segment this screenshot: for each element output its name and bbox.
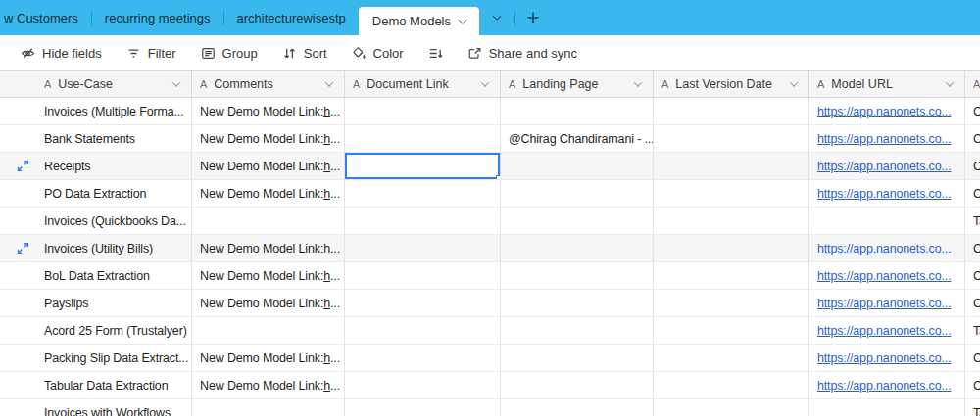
cell-landing-page[interactable]: @Chirag Chandiramani - ... [501,125,654,153]
chevron-down-icon[interactable] [634,78,642,86]
cell-use-case[interactable]: Invoices (Multiple Forma... [0,98,192,125]
table-row[interactable]: Invoices (Multiple Forma... New Demo Mod… [0,98,980,125]
inline-link[interactable]: h [323,132,330,146]
cell-comments[interactable] [192,317,345,345]
cell-landing-page[interactable] [501,262,654,290]
tab-customers[interactable]: w Customers [0,0,91,35]
cell-use-case[interactable]: Receipts [0,153,192,180]
chevron-down-icon[interactable] [481,78,489,86]
chevron-down-icon[interactable] [946,78,954,86]
cell-use-case[interactable]: Payslips [0,290,192,317]
cell-comments[interactable]: New Demo Model Link: h... [192,235,345,262]
inline-link[interactable]: h [323,297,330,310]
cell-landing-page[interactable] [501,399,654,416]
cell-comments[interactable]: New Demo Model Link: h... [192,153,345,180]
cell-comments[interactable] [192,399,345,416]
cell-document-link[interactable] [345,290,501,317]
row-height-button[interactable] [428,46,443,61]
table-row[interactable]: Acord 25 Form (Trustalyer) https://app.n… [0,317,980,345]
cell-model-url[interactable] [809,208,965,235]
cell-use-case[interactable]: Acord 25 Form (Trustalyer) [0,317,192,345]
cell-landing-page[interactable] [501,98,654,125]
cell-use-case[interactable]: Invoices (Utility Bills) [0,235,192,262]
cell-comments[interactable]: New Demo Model Link: h... [192,345,345,372]
cell-model-url[interactable]: https://app.nanonets.co... [809,262,965,290]
cell-partial[interactable]: C [965,98,980,125]
url-link[interactable]: https://app.nanonets.co... [817,242,951,255]
cell-comments[interactable]: New Demo Model Link: h... [192,125,345,153]
table-row[interactable]: Packing Slip Data Extract... New Demo Mo… [0,345,980,372]
cell-last-version-date[interactable] [654,98,809,125]
url-link[interactable]: https://app.nanonets.co... [817,297,951,310]
cell-model-url[interactable]: https://app.nanonets.co... [809,153,965,180]
color-button[interactable]: Color [352,46,404,61]
filter-button[interactable]: Filter [126,46,176,61]
cell-landing-page[interactable] [501,235,654,262]
tab-architecturewisestp[interactable]: architecturewisestp [224,0,359,35]
cell-model-url[interactable]: https://app.nanonets.co... [809,98,965,125]
cell-partial[interactable]: Ta [965,317,980,345]
cell-landing-page[interactable] [501,290,654,317]
tab-demo-models-active[interactable]: Demo Models [359,7,479,35]
cell-document-link[interactable] [345,262,501,290]
cell-landing-page[interactable] [501,345,654,372]
cell-comments[interactable]: New Demo Model Link: h... [192,98,345,125]
fill-handle[interactable] [496,175,501,180]
cell-use-case[interactable]: Tabular Data Extraction [0,372,192,399]
table-row-active[interactable]: Receipts New Demo Model Link: h... https… [0,153,980,180]
chevron-down-icon[interactable] [172,78,180,86]
column-header-document-link[interactable]: ADocument Link [345,71,501,97]
cell-use-case[interactable]: Bank Statements [0,125,192,153]
expand-record-icon[interactable] [17,242,29,254]
tab-recurring-meetings[interactable]: recurring meetings [92,0,223,35]
share-and-sync-button[interactable]: Share and sync [467,46,577,61]
url-link[interactable]: https://app.nanonets.co... [817,324,951,338]
cell-use-case[interactable]: Invoices (Quickbooks Da... [0,208,192,235]
cell-document-link[interactable] [345,372,501,399]
cell-model-url[interactable]: https://app.nanonets.co... [809,317,965,345]
cell-model-url[interactable]: https://app.nanonets.co... [809,125,965,153]
table-list-chevron-button[interactable] [479,0,514,35]
url-link[interactable]: https://app.nanonets.co... [817,379,951,393]
cell-last-version-date[interactable] [654,372,809,399]
cell-document-link[interactable] [345,235,501,262]
inline-link[interactable]: h [323,105,330,118]
cell-landing-page[interactable] [501,317,654,345]
expand-record-icon[interactable] [17,160,29,172]
table-row[interactable]: PO Data Extraction New Demo Model Link: … [0,180,980,208]
column-header-partial[interactable]: A [965,71,980,97]
cell-last-version-date[interactable] [654,290,809,317]
column-header-comments[interactable]: AComments [192,71,345,97]
cell-model-url[interactable] [809,399,965,416]
table-row-hovered[interactable]: Invoices (Utility Bills) New Demo Model … [0,235,980,262]
cell-use-case[interactable]: BoL Data Extraction [0,262,192,290]
cell-partial[interactable]: C [965,180,980,208]
cell-last-version-date[interactable] [654,317,809,345]
group-button[interactable]: Group [201,46,258,61]
cell-model-url[interactable]: https://app.nanonets.co... [809,345,965,372]
cell-partial[interactable]: Ta [965,399,980,416]
cell-document-link[interactable] [345,98,501,125]
cell-document-link-selected[interactable] [345,153,501,180]
cell-landing-page[interactable] [501,208,654,235]
table-row[interactable]: Tabular Data Extraction New Demo Model L… [0,372,980,399]
inline-link[interactable]: h [323,187,330,201]
cell-comments[interactable]: New Demo Model Link: h... [192,180,345,208]
cell-model-url[interactable]: https://app.nanonets.co... [809,290,965,317]
cell-document-link[interactable] [345,345,501,372]
cell-partial[interactable]: C [965,125,980,153]
cell-model-url[interactable]: https://app.nanonets.co... [809,235,965,262]
chevron-down-icon[interactable] [325,78,333,86]
inline-link[interactable]: h [323,379,330,393]
cell-last-version-date[interactable] [654,262,809,290]
hide-fields-button[interactable]: Hide fields [21,46,102,61]
url-link[interactable]: https://app.nanonets.co... [817,160,951,173]
column-header-last-version-date[interactable]: ALast Version Date [654,71,809,97]
url-link[interactable]: https://app.nanonets.co... [817,105,951,118]
url-link[interactable]: https://app.nanonets.co... [817,351,951,365]
cell-partial[interactable]: C [965,235,980,262]
cell-last-version-date[interactable] [654,235,809,262]
cell-partial[interactable]: Ta [965,208,980,235]
inline-link[interactable]: h [323,160,330,173]
cell-last-version-date[interactable] [654,125,809,153]
